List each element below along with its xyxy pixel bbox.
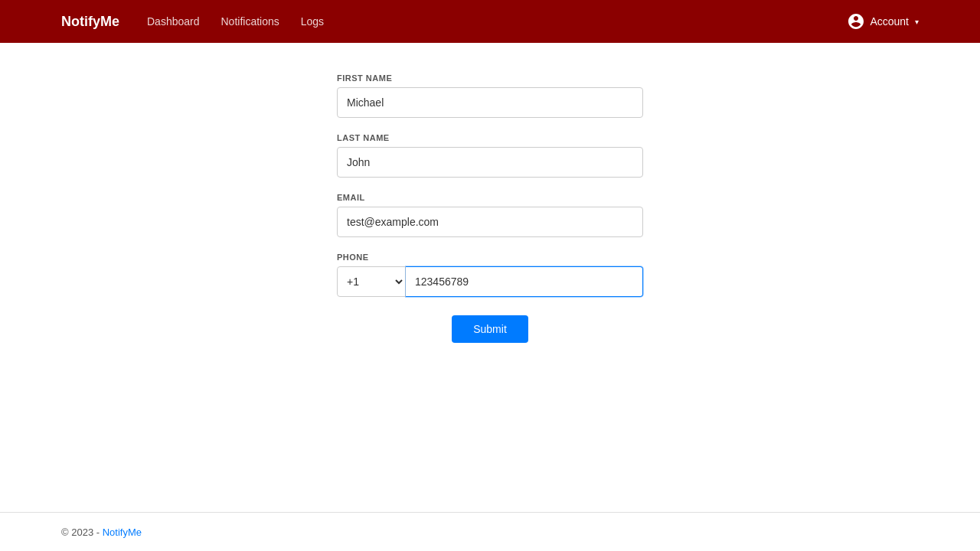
account-menu[interactable]: Account ▾: [847, 12, 919, 31]
phone-number-input[interactable]: [406, 266, 643, 297]
navbar-brand[interactable]: NotifyMe: [61, 14, 119, 30]
email-label: EMAIL: [337, 193, 643, 202]
main-content: FIRST NAME LAST NAME EMAIL PHONE +1 +44 …: [0, 43, 980, 373]
account-dropdown-icon: ▾: [915, 18, 919, 26]
phone-label: PHONE: [337, 253, 643, 262]
first-name-label: FIRST NAME: [337, 73, 643, 83]
form-container: FIRST NAME LAST NAME EMAIL PHONE +1 +44 …: [337, 73, 643, 343]
nav-link-dashboard[interactable]: Dashboard: [138, 9, 209, 34]
phone-country-select[interactable]: +1 +44 +91 +61: [337, 266, 406, 297]
first-name-group: FIRST NAME: [337, 73, 643, 118]
footer-copyright: © 2023 -: [61, 527, 103, 538]
last-name-group: LAST NAME: [337, 133, 643, 178]
footer: © 2023 - NotifyMe: [0, 512, 980, 551]
nav-link-notifications[interactable]: Notifications: [212, 9, 289, 34]
navbar-left: NotifyMe Dashboard Notifications Logs: [61, 9, 333, 34]
navbar: NotifyMe Dashboard Notifications Logs Ac…: [0, 0, 980, 43]
navbar-nav: Dashboard Notifications Logs: [138, 9, 333, 34]
footer-brand: NotifyMe: [103, 527, 142, 538]
email-input[interactable]: [337, 207, 643, 237]
submit-button[interactable]: Submit: [452, 315, 528, 343]
nav-link-logs[interactable]: Logs: [292, 9, 333, 34]
footer-text: © 2023 - NotifyMe: [61, 527, 142, 538]
phone-row: +1 +44 +91 +61: [337, 266, 643, 297]
last-name-input[interactable]: [337, 147, 643, 178]
last-name-label: LAST NAME: [337, 133, 643, 142]
account-label: Account: [870, 15, 909, 28]
first-name-input[interactable]: [337, 87, 643, 118]
account-circle-icon: [847, 12, 865, 31]
phone-group: PHONE +1 +44 +91 +61: [337, 253, 643, 297]
email-group: EMAIL: [337, 193, 643, 237]
